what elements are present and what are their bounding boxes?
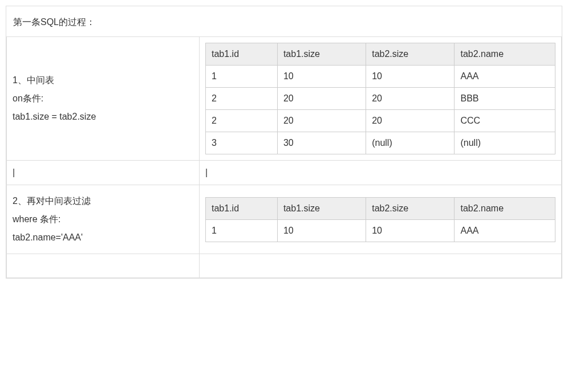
step-1-row: 1、中间表 on条件: tab1.size = tab2.size tab1.i…	[7, 37, 562, 161]
table-row: 2 20 20 BBB	[206, 88, 555, 109]
cell: 20	[278, 110, 366, 132]
cell: 20	[278, 88, 366, 109]
layout-table: 1、中间表 on条件: tab1.size = tab2.size tab1.i…	[6, 36, 562, 278]
separator-left: |	[7, 161, 200, 185]
cell: 1	[206, 66, 277, 87]
col-tab2-size: tab2.size	[366, 198, 454, 219]
table-header-row: tab1.id tab1.size tab2.size tab2.name	[206, 198, 555, 219]
step-2-line-1: 2、再对中间表过滤	[13, 196, 91, 206]
separator-row: | |	[7, 161, 562, 185]
cell: 20	[366, 110, 454, 132]
cell: 10	[278, 66, 366, 87]
cell: 1	[206, 220, 277, 242]
step-2-row: 2、再对中间表过滤 where 条件: tab2.name='AAA' tab1…	[7, 185, 562, 254]
cell: 10	[366, 66, 454, 87]
separator-right: |	[200, 161, 562, 185]
cell: AAA	[455, 220, 555, 242]
cell: 20	[366, 88, 454, 109]
cell: AAA	[455, 66, 555, 87]
cell: 10	[366, 220, 454, 242]
step-2-description: 2、再对中间表过滤 where 条件: tab2.name='AAA'	[7, 185, 200, 254]
step-2-line-3: tab2.name='AAA'	[13, 232, 83, 242]
col-tab1-id: tab1.id	[206, 43, 277, 65]
cell: 10	[278, 220, 366, 242]
cell: (null)	[455, 132, 555, 154]
col-tab2-name: tab2.name	[455, 198, 555, 219]
table-row: 1 10 10 AAA	[206, 220, 555, 242]
cell: BBB	[455, 88, 555, 109]
cell: 30	[278, 132, 366, 154]
col-tab1-size: tab1.size	[278, 198, 366, 219]
intermediate-table: tab1.id tab1.size tab2.size tab2.name 1 …	[205, 43, 555, 154]
col-tab1-id: tab1.id	[206, 198, 277, 219]
cell: 2	[206, 88, 277, 109]
step-1-table-cell: tab1.id tab1.size tab2.size tab2.name 1 …	[200, 37, 562, 161]
cell: (null)	[366, 132, 454, 154]
page-title: 第一条SQL的过程：	[6, 6, 562, 36]
cell: 3	[206, 132, 277, 154]
empty-row	[7, 254, 562, 278]
table-header-row: tab1.id tab1.size tab2.size tab2.name	[206, 43, 555, 65]
col-tab2-size: tab2.size	[366, 43, 454, 65]
step-2-table-cell: tab1.id tab1.size tab2.size tab2.name 1 …	[200, 185, 562, 254]
step-1-line-1: 1、中间表	[13, 75, 54, 85]
col-tab1-size: tab1.size	[278, 43, 366, 65]
col-tab2-name: tab2.name	[455, 43, 555, 65]
table-row: 2 20 20 CCC	[206, 110, 555, 132]
cell: 2	[206, 110, 277, 132]
step-1-line-2: on条件:	[13, 93, 43, 103]
step-1-line-3: tab1.size = tab2.size	[13, 112, 96, 121]
cell: CCC	[455, 110, 555, 132]
filtered-table: tab1.id tab1.size tab2.size tab2.name 1 …	[205, 197, 555, 242]
empty-cell-left	[7, 254, 200, 278]
step-1-description: 1、中间表 on条件: tab1.size = tab2.size	[7, 37, 200, 161]
table-row: 3 30 (null) (null)	[206, 132, 555, 154]
table-row: 1 10 10 AAA	[206, 66, 555, 87]
empty-cell-right	[200, 254, 562, 278]
step-2-line-2: where 条件:	[13, 214, 60, 224]
